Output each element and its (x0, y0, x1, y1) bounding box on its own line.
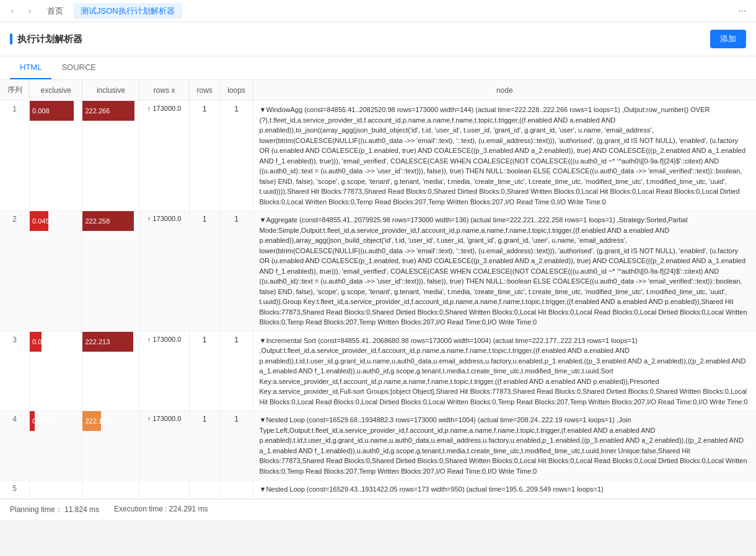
col-seq: 序列 (0, 80, 30, 101)
tab-more[interactable]: ⋯ (734, 2, 751, 20)
cell-inclusive: 222.213 (82, 331, 139, 411)
cell-rows-x: ↑ 173000.0 (139, 411, 190, 480)
execution-plan-table: 序列 exclusive inclusive rows x rows loops… (0, 80, 756, 499)
cell-exclusive (30, 480, 82, 499)
planning-value: 11.824 ms (64, 505, 99, 514)
cell-rows: 1 (189, 331, 220, 411)
content-area: HTML SOURCE 序列 exclusive inclusive rows … (0, 56, 756, 499)
tab-source[interactable]: SOURCE (51, 56, 106, 79)
cell-loops: 1 (220, 211, 253, 332)
cell-rows-x: ↑ 173000.0 (139, 101, 190, 211)
cell-inclusive (82, 480, 139, 499)
cell-node: ▼WindowAgg (const=84855.41..2082520.98 r… (253, 101, 756, 211)
tabs-row: HTML SOURCE (0, 56, 756, 80)
cell-exclusive: 0.045 (30, 211, 82, 332)
col-node: node (253, 80, 756, 101)
cell-seq: 2 (0, 211, 30, 332)
cell-inclusive: 222.258 (82, 211, 139, 332)
table-row: 5▼Nested Loop (const=16529.43..1931422.0… (0, 480, 756, 499)
cell-seq: 4 (0, 411, 30, 480)
col-rows-x: rows x (139, 80, 190, 101)
cell-node: ▼Nested Loop (const=16529.68..1934882.3 … (253, 411, 756, 480)
cell-rows-x: ↑ 173000.0 (139, 331, 190, 411)
table-wrapper: 序列 exclusive inclusive rows x rows loops… (0, 80, 756, 499)
cell-loops: 1 (220, 101, 253, 211)
cell-rows-x: ↑ 173000.0 (139, 211, 190, 332)
top-bar: ‹ › 首页 测试JSON执行计划解析器 ⋯ (0, 0, 756, 22)
tab-html[interactable]: HTML (10, 56, 51, 79)
table-row: 3 0.023 222.213 ↑ 173000.011▼Incremental… (0, 331, 756, 411)
page-header: 执行计划解析器 添加 (0, 22, 756, 56)
ellipsis-icon: ⋯ (739, 7, 746, 15)
cell-loops: 1 (220, 331, 253, 411)
cell-loops: 1 (220, 411, 253, 480)
cell-seq: 5 (0, 480, 30, 499)
cell-seq: 1 (0, 101, 30, 211)
execution-label: Execution time : (114, 505, 167, 513)
cell-rows: 1 (189, 411, 220, 480)
tab-active[interactable]: 测试JSON执行计划解析器 (73, 3, 182, 19)
cell-node: ▼Nested Loop (const=16529.43..1931422.05… (253, 480, 756, 499)
cell-rows: 1 (189, 211, 220, 332)
col-exclusive: exclusive (30, 80, 82, 101)
cell-rows: 1 (189, 101, 220, 211)
cell-node: ▼Aggregate (const=84855.41..2079925.98 r… (253, 211, 756, 332)
cell-rows-x (139, 480, 190, 499)
col-rows: rows (189, 80, 220, 101)
add-button[interactable]: 添加 (710, 30, 746, 48)
title-accent-bar (10, 33, 12, 45)
table-row: 1 0.008 222.266 ↑ 173000.011▼WindowAgg (… (0, 101, 756, 211)
col-inclusive: inclusive (82, 80, 139, 101)
footer-bar: Planning time： 11.824 ms Execution time … (0, 499, 756, 520)
cell-inclusive: 222.266 (82, 101, 139, 211)
col-loops: loops (220, 80, 253, 101)
page-title: 执行计划解析器 (17, 33, 82, 45)
cell-inclusive: 222.19 (82, 411, 139, 480)
page-title-container: 执行计划解析器 (10, 33, 82, 45)
cell-exclusive: 0.006 (30, 411, 82, 480)
cell-loops (220, 480, 253, 499)
table-row: 2 0.045 222.258 ↑ 173000.011▼Aggregate (… (0, 211, 756, 332)
tab-home[interactable]: 首页 (40, 3, 71, 19)
cell-seq: 3 (0, 331, 30, 411)
nav-back[interactable]: ‹ (5, 4, 20, 19)
nav-forward[interactable]: › (22, 4, 37, 19)
cell-exclusive: 0.008 (30, 101, 82, 211)
planning-time: Planning time： 11.824 ms (10, 505, 99, 515)
cell-node: ▼Incremental Sort (const=84855.41..20686… (253, 331, 756, 411)
cell-exclusive: 0.023 (30, 331, 82, 411)
planning-label: Planning time： (10, 505, 63, 514)
execution-value: 224.291 ms (169, 505, 208, 513)
execution-time: Execution time : 224.291 ms (114, 505, 208, 515)
cell-rows (189, 480, 220, 499)
table-row: 4 0.006 222.19 ↑ 173000.011▼Nested Loop … (0, 411, 756, 480)
